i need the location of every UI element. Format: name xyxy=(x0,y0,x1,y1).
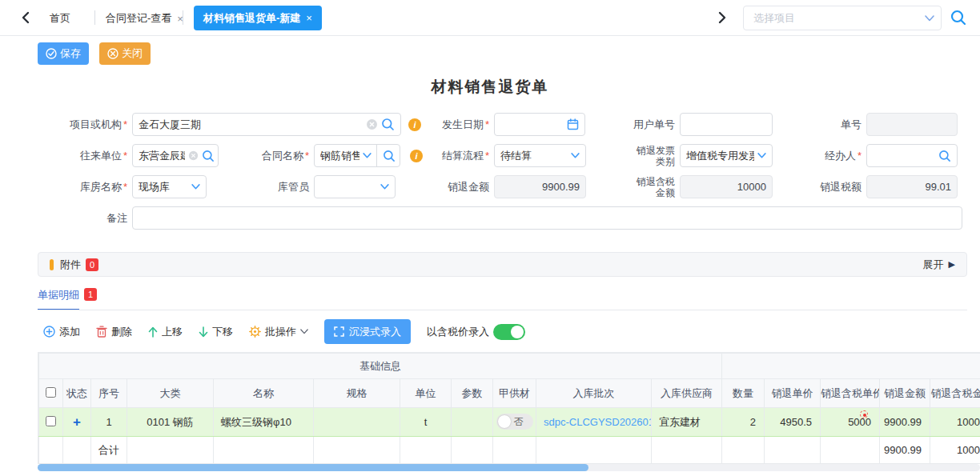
contract-select[interactable]: 钢筋销售 xyxy=(314,144,400,167)
total-empty xyxy=(821,437,880,464)
remark-input[interactable] xyxy=(132,206,962,230)
counterparty-text[interactable] xyxy=(139,150,185,162)
doc-no-label: 单号 xyxy=(809,119,866,130)
chevron-down-icon xyxy=(571,153,580,158)
row-seq-cell: 1 xyxy=(91,408,127,437)
user-no-text[interactable] xyxy=(686,118,766,130)
doc-no-input-disabled xyxy=(866,113,958,136)
keeper-select[interactable] xyxy=(314,175,396,198)
select-all-checkbox[interactable] xyxy=(46,387,56,398)
project-select[interactable] xyxy=(743,6,942,30)
col-qty: 数量 xyxy=(722,379,765,408)
trash-icon xyxy=(96,326,107,338)
field-return-tax: 销退税额 99.01 xyxy=(809,175,958,198)
close-button[interactable]: 关闭 xyxy=(99,42,151,65)
save-button[interactable]: 保存 xyxy=(38,42,89,65)
move-up-label: 上移 xyxy=(162,325,183,339)
immersive-label: 沉浸式录入 xyxy=(349,325,401,339)
invoice-type-select[interactable]: 增值税专用发票 xyxy=(680,144,773,167)
user-no-input[interactable] xyxy=(680,113,773,136)
table-group-header-row: 基础信息 xyxy=(39,354,980,379)
owner-supplied-toggle[interactable]: 否 xyxy=(496,414,533,430)
row-category-cell[interactable]: 0101 钢筋 xyxy=(127,408,214,437)
batch-ops-button[interactable]: 批操作 xyxy=(249,325,308,339)
row-spec-cell[interactable] xyxy=(314,408,400,437)
row-qty-cell[interactable]: 2 xyxy=(722,408,765,437)
project-select-input[interactable] xyxy=(753,12,925,24)
handler-text[interactable] xyxy=(873,150,935,162)
tab-material-return-active[interactable]: 材料销售退货单-新建 × xyxy=(194,6,322,30)
attachment-count-badge: 0 xyxy=(86,258,98,271)
row-owner-supplied-cell: 否 xyxy=(493,408,536,437)
tax-entry-toggle[interactable] xyxy=(493,324,525,340)
search-icon[interactable] xyxy=(938,150,951,162)
total-empty xyxy=(127,437,214,464)
return-amount-label: 销退金额 xyxy=(432,182,494,193)
inbound-batch-link[interactable]: sdpc-CLCGYSD202601 xyxy=(544,416,652,428)
col-amount-incl-tax: 销退含税金额 xyxy=(930,379,980,408)
row-price-cell[interactable]: 4950.5 xyxy=(765,408,821,437)
col-owner-supplied: 甲供材 xyxy=(493,379,536,408)
calendar-icon[interactable] xyxy=(567,118,579,130)
field-user-no: 用户单号 xyxy=(618,113,773,136)
settlement-select[interactable]: 待结算 xyxy=(494,144,586,167)
total-empty xyxy=(765,437,821,464)
project-input-text[interactable] xyxy=(139,118,363,130)
move-down-button[interactable]: 下移 xyxy=(199,325,233,339)
tab-divider xyxy=(94,10,95,25)
field-return-amount: 销退金额 9900.99 xyxy=(432,175,586,198)
horizontal-scrollbar-thumb[interactable] xyxy=(38,464,588,471)
occur-date-input[interactable] xyxy=(494,113,585,136)
tab-close-icon[interactable]: × xyxy=(306,12,312,24)
delete-row-button[interactable]: 删除 xyxy=(96,325,132,339)
group-header-basic-info: 基础信息 xyxy=(39,354,722,379)
row-add-icon[interactable]: + xyxy=(73,414,81,430)
add-row-button[interactable]: 添加 xyxy=(43,325,80,339)
settlement-label: 结算流程* xyxy=(432,150,494,162)
delete-label: 删除 xyxy=(111,325,132,339)
attachment-section[interactable]: 附件 0 展开 ▶ xyxy=(38,252,967,277)
occur-date-text[interactable] xyxy=(500,118,564,130)
tab-contract-register[interactable]: 合同登记-查看 × xyxy=(106,10,183,27)
total-label-cell: 合计 xyxy=(91,437,127,464)
col-price-incl-tax: 销退含税单价 xyxy=(821,379,880,408)
search-icon[interactable] xyxy=(381,118,395,131)
row-price-incl-tax-cell[interactable]: 5000 xyxy=(821,408,880,437)
field-handler: 经办人* xyxy=(809,144,958,167)
total-amount-cell: 9900.99 xyxy=(880,437,930,464)
top-tab-bar: 首页 合同登记-查看 × 材料销售退货单-新建 × xyxy=(0,0,980,36)
project-info-icon[interactable]: i xyxy=(408,118,421,131)
handler-input[interactable] xyxy=(866,144,958,167)
global-search-icon[interactable] xyxy=(950,9,964,23)
warehouse-select[interactable]: 现场库 xyxy=(132,175,207,198)
chevron-down-icon xyxy=(300,329,308,334)
counterparty-input[interactable] xyxy=(132,144,219,167)
row-name-cell[interactable]: 螺纹三级钢φ10 xyxy=(214,408,314,437)
detail-table: 基础信息 状态 序号 大类 名称 规格 单位 参数 甲供材 入库批次 入库供应商… xyxy=(38,352,980,464)
immersive-entry-button[interactable]: 沉浸式录入 xyxy=(324,319,411,344)
clear-icon[interactable] xyxy=(188,150,199,161)
tabs-scroll-left-icon[interactable] xyxy=(19,10,34,25)
attachment-label: 附件 xyxy=(60,258,81,272)
tab-home[interactable]: 首页 xyxy=(50,10,70,27)
tab-detail[interactable]: 单据明细 1 xyxy=(38,288,97,310)
total-empty xyxy=(314,437,400,464)
contract-search-icon[interactable] xyxy=(376,145,396,166)
remark-text[interactable] xyxy=(139,212,956,224)
move-up-button[interactable]: 上移 xyxy=(148,325,183,339)
horizontal-scrollbar-track[interactable] xyxy=(38,464,980,471)
row-checkbox[interactable] xyxy=(46,416,56,426)
tabs-scroll-right-icon[interactable] xyxy=(714,10,729,25)
clear-icon[interactable] xyxy=(366,118,378,130)
row-unit-cell[interactable]: t xyxy=(400,408,452,437)
contract-label: 合同名称* xyxy=(226,150,314,162)
detail-count-badge: 1 xyxy=(84,288,97,301)
search-icon[interactable] xyxy=(202,150,215,162)
return-tax-value: 99.01 xyxy=(866,175,958,198)
col-name: 名称 xyxy=(214,379,314,408)
row-param-cell[interactable] xyxy=(452,408,493,437)
contract-info-icon[interactable]: i xyxy=(410,150,423,162)
occur-date-label: 发生日期* xyxy=(432,119,494,130)
attachment-expand-button[interactable]: 展开 ▶ xyxy=(923,258,955,272)
project-input[interactable] xyxy=(132,113,401,136)
